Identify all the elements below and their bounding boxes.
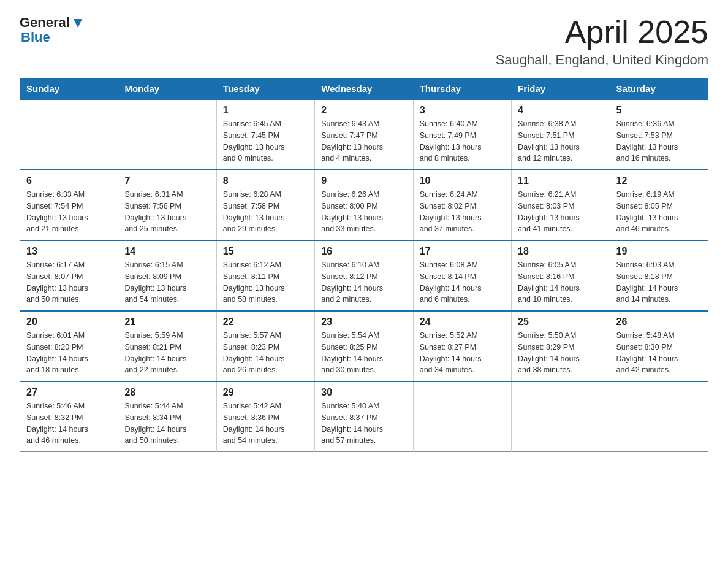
- day-number: 17: [420, 246, 505, 257]
- day-number: 9: [321, 175, 406, 186]
- day-number: 1: [223, 105, 308, 116]
- day-info: Sunrise: 6:43 AM Sunset: 7:47 PM Dayligh…: [321, 118, 406, 164]
- logo-general-text: General: [20, 15, 70, 31]
- calendar-day-cell: 29Sunrise: 5:42 AM Sunset: 8:36 PM Dayli…: [216, 381, 314, 452]
- day-number: 18: [518, 246, 603, 257]
- day-number: 3: [420, 105, 505, 116]
- calendar-day-cell: 8Sunrise: 6:28 AM Sunset: 7:58 PM Daylig…: [216, 170, 314, 240]
- day-info: Sunrise: 5:57 AM Sunset: 8:23 PM Dayligh…: [223, 330, 308, 376]
- day-number: 30: [321, 387, 406, 398]
- day-info: Sunrise: 6:45 AM Sunset: 7:45 PM Dayligh…: [223, 118, 308, 164]
- page-header: General Blue April 2025 Saughall, Englan…: [20, 15, 708, 68]
- day-info: Sunrise: 6:05 AM Sunset: 8:16 PM Dayligh…: [518, 259, 603, 305]
- day-number: 23: [321, 316, 406, 327]
- day-number: 4: [518, 105, 603, 116]
- calendar-day-cell: 26Sunrise: 5:48 AM Sunset: 8:30 PM Dayli…: [610, 311, 708, 381]
- day-info: Sunrise: 6:08 AM Sunset: 8:14 PM Dayligh…: [420, 259, 505, 305]
- calendar-day-cell: 25Sunrise: 5:50 AM Sunset: 8:29 PM Dayli…: [512, 311, 610, 381]
- calendar-day-cell: 7Sunrise: 6:31 AM Sunset: 7:56 PM Daylig…: [118, 170, 216, 240]
- calendar-day-cell: 14Sunrise: 6:15 AM Sunset: 8:09 PM Dayli…: [118, 240, 216, 311]
- calendar-day-cell: 21Sunrise: 5:59 AM Sunset: 8:21 PM Dayli…: [118, 311, 216, 381]
- day-number: 24: [420, 316, 505, 327]
- day-number: 22: [223, 316, 308, 327]
- day-number: 28: [124, 387, 210, 398]
- calendar-week-row: 13Sunrise: 6:17 AM Sunset: 8:07 PM Dayli…: [20, 240, 708, 311]
- day-number: 13: [26, 246, 112, 257]
- day-number: 5: [616, 105, 702, 116]
- day-number: 26: [616, 316, 702, 327]
- calendar-day-cell: 23Sunrise: 5:54 AM Sunset: 8:25 PM Dayli…: [315, 311, 413, 381]
- calendar-day-cell: 22Sunrise: 5:57 AM Sunset: 8:23 PM Dayli…: [216, 311, 314, 381]
- day-number: 6: [26, 175, 112, 186]
- day-info: Sunrise: 5:50 AM Sunset: 8:29 PM Dayligh…: [518, 330, 603, 376]
- calendar-day-header: Sunday: [20, 79, 118, 100]
- calendar-day-cell: 18Sunrise: 6:05 AM Sunset: 8:16 PM Dayli…: [512, 240, 610, 311]
- calendar-day-cell: 10Sunrise: 6:24 AM Sunset: 8:02 PM Dayli…: [413, 170, 511, 240]
- calendar-day-cell: 13Sunrise: 6:17 AM Sunset: 8:07 PM Dayli…: [20, 240, 118, 311]
- calendar-day-cell: 9Sunrise: 6:26 AM Sunset: 8:00 PM Daylig…: [315, 170, 413, 240]
- calendar-day-cell: [413, 381, 511, 452]
- day-number: 12: [616, 175, 702, 186]
- day-number: 19: [616, 246, 702, 257]
- day-info: Sunrise: 6:01 AM Sunset: 8:20 PM Dayligh…: [26, 330, 112, 376]
- day-info: Sunrise: 6:26 AM Sunset: 8:00 PM Dayligh…: [321, 189, 406, 235]
- calendar-table: SundayMondayTuesdayWednesdayThursdayFrid…: [20, 78, 708, 452]
- calendar-day-cell: 11Sunrise: 6:21 AM Sunset: 8:03 PM Dayli…: [512, 170, 610, 240]
- day-number: 27: [26, 387, 112, 398]
- calendar-day-cell: 17Sunrise: 6:08 AM Sunset: 8:14 PM Dayli…: [413, 240, 511, 311]
- calendar-week-row: 27Sunrise: 5:46 AM Sunset: 8:32 PM Dayli…: [20, 381, 708, 452]
- day-info: Sunrise: 5:44 AM Sunset: 8:34 PM Dayligh…: [124, 400, 210, 446]
- day-info: Sunrise: 6:17 AM Sunset: 8:07 PM Dayligh…: [26, 259, 112, 305]
- calendar-day-cell: [512, 381, 610, 452]
- calendar-day-cell: 16Sunrise: 6:10 AM Sunset: 8:12 PM Dayli…: [315, 240, 413, 311]
- calendar-day-header: Friday: [512, 79, 610, 100]
- calendar-day-cell: 19Sunrise: 6:03 AM Sunset: 8:18 PM Dayli…: [610, 240, 708, 311]
- day-info: Sunrise: 6:12 AM Sunset: 8:11 PM Dayligh…: [223, 259, 308, 305]
- page-title: April 2025: [496, 15, 708, 50]
- calendar-day-cell: 6Sunrise: 6:33 AM Sunset: 7:54 PM Daylig…: [20, 170, 118, 240]
- day-number: 11: [518, 175, 603, 186]
- day-info: Sunrise: 6:24 AM Sunset: 8:02 PM Dayligh…: [420, 189, 505, 235]
- day-number: 14: [124, 246, 210, 257]
- calendar-day-cell: [610, 381, 708, 452]
- logo-triangle-icon: [71, 17, 85, 30]
- calendar-day-cell: 15Sunrise: 6:12 AM Sunset: 8:11 PM Dayli…: [216, 240, 314, 311]
- calendar-header: SundayMondayTuesdayWednesdayThursdayFrid…: [20, 79, 708, 100]
- calendar-day-cell: 4Sunrise: 6:38 AM Sunset: 7:51 PM Daylig…: [512, 99, 610, 170]
- title-block: April 2025 Saughall, England, United Kin…: [496, 15, 708, 68]
- svg-marker-0: [74, 19, 82, 28]
- calendar-day-header: Tuesday: [216, 79, 314, 100]
- day-number: 10: [420, 175, 505, 186]
- day-info: Sunrise: 6:36 AM Sunset: 7:53 PM Dayligh…: [616, 118, 702, 164]
- day-info: Sunrise: 6:40 AM Sunset: 7:49 PM Dayligh…: [420, 118, 505, 164]
- day-info: Sunrise: 6:10 AM Sunset: 8:12 PM Dayligh…: [321, 259, 406, 305]
- day-info: Sunrise: 5:42 AM Sunset: 8:36 PM Dayligh…: [223, 400, 308, 446]
- day-info: Sunrise: 6:19 AM Sunset: 8:05 PM Dayligh…: [616, 189, 702, 235]
- calendar-day-cell: 1Sunrise: 6:45 AM Sunset: 7:45 PM Daylig…: [216, 99, 314, 170]
- calendar-day-cell: 3Sunrise: 6:40 AM Sunset: 7:49 PM Daylig…: [413, 99, 511, 170]
- calendar-day-cell: 30Sunrise: 5:40 AM Sunset: 8:37 PM Dayli…: [315, 381, 413, 452]
- page-subtitle: Saughall, England, United Kingdom: [496, 52, 708, 68]
- day-number: 8: [223, 175, 308, 186]
- day-info: Sunrise: 6:38 AM Sunset: 7:51 PM Dayligh…: [518, 118, 603, 164]
- day-info: Sunrise: 5:40 AM Sunset: 8:37 PM Dayligh…: [321, 400, 406, 446]
- calendar-day-cell: 24Sunrise: 5:52 AM Sunset: 8:27 PM Dayli…: [413, 311, 511, 381]
- day-info: Sunrise: 6:28 AM Sunset: 7:58 PM Dayligh…: [223, 189, 308, 235]
- logo: General Blue: [20, 15, 85, 45]
- day-info: Sunrise: 6:15 AM Sunset: 8:09 PM Dayligh…: [124, 259, 210, 305]
- day-info: Sunrise: 5:54 AM Sunset: 8:25 PM Dayligh…: [321, 330, 406, 376]
- calendar-day-cell: [20, 99, 118, 170]
- calendar-day-cell: 20Sunrise: 6:01 AM Sunset: 8:20 PM Dayli…: [20, 311, 118, 381]
- day-info: Sunrise: 5:52 AM Sunset: 8:27 PM Dayligh…: [420, 330, 505, 376]
- day-info: Sunrise: 6:31 AM Sunset: 7:56 PM Dayligh…: [124, 189, 210, 235]
- day-info: Sunrise: 5:59 AM Sunset: 8:21 PM Dayligh…: [124, 330, 210, 376]
- day-info: Sunrise: 5:46 AM Sunset: 8:32 PM Dayligh…: [26, 400, 112, 446]
- calendar-day-header: Saturday: [610, 79, 708, 100]
- calendar-day-cell: 2Sunrise: 6:43 AM Sunset: 7:47 PM Daylig…: [315, 99, 413, 170]
- calendar-day-cell: 27Sunrise: 5:46 AM Sunset: 8:32 PM Dayli…: [20, 381, 118, 452]
- calendar-day-header: Monday: [118, 79, 216, 100]
- day-info: Sunrise: 5:48 AM Sunset: 8:30 PM Dayligh…: [616, 330, 702, 376]
- calendar-day-cell: 28Sunrise: 5:44 AM Sunset: 8:34 PM Dayli…: [118, 381, 216, 452]
- day-number: 2: [321, 105, 406, 116]
- day-number: 20: [26, 316, 112, 327]
